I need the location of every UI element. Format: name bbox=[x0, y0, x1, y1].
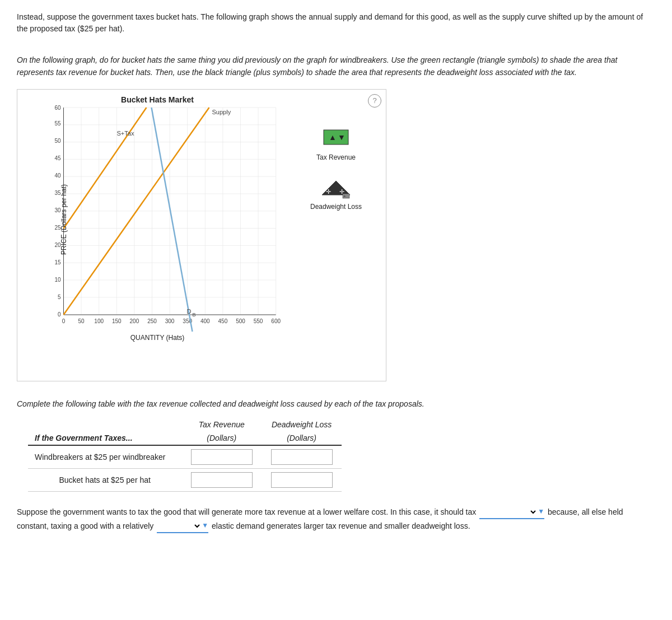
row1-tax-revenue-input[interactable] bbox=[191, 449, 253, 465]
row1-dwl-input[interactable] bbox=[271, 449, 333, 465]
svg-text:0: 0 bbox=[58, 311, 61, 318]
table-intro: Complete the following table with the ta… bbox=[17, 398, 655, 410]
graph-container: ? Bucket Hats Market PRICE (Dollars per … bbox=[17, 89, 386, 381]
svg-text:45: 45 bbox=[54, 155, 61, 161]
table-section: Complete the following table with the ta… bbox=[17, 398, 655, 492]
row2-label: Bucket hats at $25 per hat bbox=[28, 468, 181, 491]
svg-text:600: 600 bbox=[271, 318, 281, 324]
data-table: If the Government Taxes... Tax Revenue D… bbox=[28, 418, 342, 492]
col2-header: Tax Revenue bbox=[181, 418, 262, 431]
demand-label: D bbox=[187, 308, 192, 315]
tax-revenue-legend-item: ▲ ▼ Tax Revenue bbox=[297, 129, 375, 161]
demand-subscript: B bbox=[193, 312, 196, 318]
svg-text:500: 500 bbox=[236, 318, 245, 324]
supply-label: Supply bbox=[212, 109, 231, 115]
tax-revenue-label: Tax Revenue bbox=[316, 153, 356, 161]
svg-text:55: 55 bbox=[54, 120, 61, 127]
bottom-part3: elastic demand generates larger tax reve… bbox=[212, 521, 470, 530]
help-button[interactable]: ? bbox=[368, 94, 381, 108]
svg-text:0: 0 bbox=[62, 318, 66, 324]
svg-text:50: 50 bbox=[54, 138, 61, 144]
svg-text:10: 10 bbox=[54, 277, 61, 283]
y-axis-label: PRICE (Dollars per hat) bbox=[60, 184, 68, 255]
deadweight-loss-legend-item: ✛ ✛ + Deadweight Loss bbox=[297, 178, 375, 211]
svg-text:40: 40 bbox=[54, 173, 61, 179]
col3-sub: (Dollars) bbox=[262, 431, 342, 445]
dropdown1-select[interactable]: windbreakers bucket hats bbox=[479, 507, 538, 517]
row1-dwl-cell bbox=[262, 445, 342, 469]
row1-tax-revenue-cell bbox=[181, 445, 262, 469]
supply-tax-label: S+Tax bbox=[117, 130, 134, 137]
svg-text:50: 50 bbox=[78, 318, 85, 324]
svg-line-55 bbox=[64, 108, 147, 229]
col2-sub: (Dollars) bbox=[181, 431, 262, 445]
chart-svg: 0 5 10 15 20 25 30 35 40 45 50 55 60 0 5… bbox=[54, 108, 286, 332]
svg-text:▲: ▲ bbox=[329, 133, 337, 142]
svg-text:250: 250 bbox=[147, 318, 157, 324]
row1-label: Windbreakers at $25 per windbreaker bbox=[28, 445, 181, 469]
row2-dwl-cell bbox=[262, 468, 342, 491]
row2-tax-revenue-input[interactable] bbox=[191, 472, 253, 488]
svg-text:400: 400 bbox=[200, 318, 210, 324]
row2-dwl-input[interactable] bbox=[271, 472, 333, 488]
svg-text:5: 5 bbox=[58, 294, 61, 300]
svg-text:+: + bbox=[343, 194, 346, 199]
svg-text:60: 60 bbox=[54, 105, 61, 111]
dropdown2-container[interactable]: more less inelastic elastic ▼ bbox=[157, 520, 208, 533]
svg-text:▼: ▼ bbox=[338, 133, 346, 142]
svg-text:450: 450 bbox=[218, 318, 228, 324]
svg-text:150: 150 bbox=[112, 318, 122, 324]
svg-text:100: 100 bbox=[94, 318, 104, 324]
dropdown1-container[interactable]: windbreakers bucket hats ▼ bbox=[479, 506, 544, 519]
svg-text:✛: ✛ bbox=[326, 188, 331, 195]
col1-header: If the Government Taxes... bbox=[28, 418, 181, 445]
chart-area: Bucket Hats Market PRICE (Dollars per ha… bbox=[23, 95, 292, 375]
intro-para1: Instead, suppose the government taxes bu… bbox=[17, 11, 655, 35]
svg-text:550: 550 bbox=[254, 318, 263, 324]
tax-revenue-icon: ▲ ▼ bbox=[321, 129, 352, 150]
table-row: Windbreakers at $25 per windbreaker bbox=[28, 445, 342, 469]
legend-area: ▲ ▼ Tax Revenue ✛ ✛ + Deadweight Loss bbox=[292, 95, 380, 375]
dropdown2-select[interactable]: more less inelastic elastic bbox=[157, 521, 202, 531]
svg-text:15: 15 bbox=[54, 259, 61, 265]
table-row: Bucket hats at $25 per hat bbox=[28, 468, 342, 491]
intro-para2: On the following graph, do for bucket ha… bbox=[17, 54, 655, 79]
row2-tax-revenue-cell bbox=[181, 468, 262, 491]
deadweight-loss-icon: ✛ ✛ + bbox=[319, 178, 353, 199]
svg-text:200: 200 bbox=[130, 318, 139, 324]
bottom-part1: Suppose the government wants to tax the … bbox=[17, 507, 476, 516]
deadweight-loss-label: Deadweight Loss bbox=[310, 203, 362, 211]
col3-header: Deadweight Loss bbox=[262, 418, 342, 431]
svg-text:300: 300 bbox=[165, 318, 175, 324]
chart-title: Bucket Hats Market bbox=[23, 95, 292, 104]
x-axis-label: QUANTITY (Hats) bbox=[23, 334, 292, 342]
bottom-text: Suppose the government wants to tax the … bbox=[17, 505, 655, 533]
